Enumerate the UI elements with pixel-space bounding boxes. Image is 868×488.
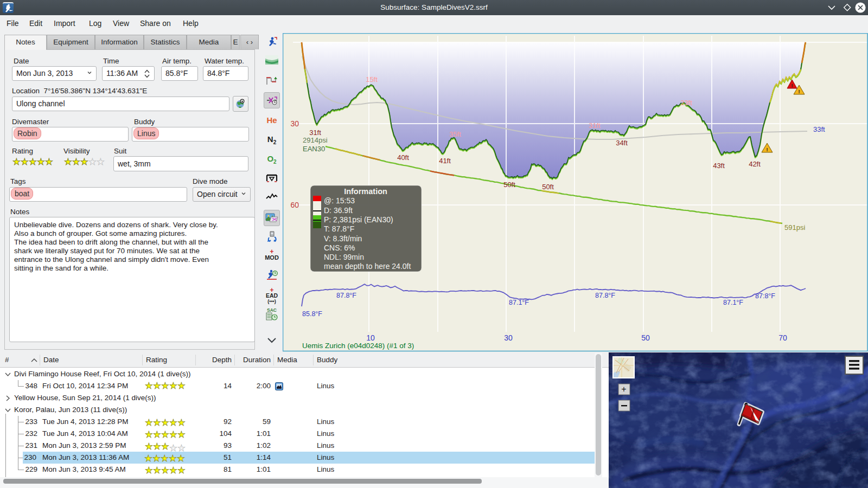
svg-text:!: ! xyxy=(767,147,768,152)
svg-text:60: 60 xyxy=(290,201,299,209)
svg-text:EAN30: EAN30 xyxy=(303,145,325,153)
svg-text:T: 87.8°F: T: 87.8°F xyxy=(324,224,354,233)
svg-text:87.8°F: 87.8°F xyxy=(336,292,356,299)
svg-text:NDL: 99min: NDL: 99min xyxy=(324,253,364,261)
svg-text:31ft: 31ft xyxy=(309,129,321,137)
svg-text:43ft: 43ft xyxy=(713,162,725,170)
svg-text:87.1°F: 87.1°F xyxy=(509,299,529,306)
svg-text:35ft: 35ft xyxy=(449,130,461,138)
svg-text:50ft: 50ft xyxy=(542,183,554,191)
svg-text:591psi: 591psi xyxy=(784,223,805,232)
svg-text:23ft: 23ft xyxy=(680,99,692,107)
svg-text:34ft: 34ft xyxy=(616,139,628,147)
svg-text:31ft: 31ft xyxy=(589,121,601,130)
svg-text:CNS: 6%: CNS: 6% xyxy=(324,243,355,252)
svg-text:87:8°F: 87:8°F xyxy=(755,292,775,300)
svg-text:30: 30 xyxy=(290,119,299,128)
svg-text:P: 2,381psi (EAN30): P: 2,381psi (EAN30) xyxy=(324,215,393,224)
svg-text:!: ! xyxy=(799,89,800,94)
svg-text:50ft: 50ft xyxy=(503,181,515,189)
svg-text:70: 70 xyxy=(778,333,787,342)
svg-text:85.8°F: 85.8°F xyxy=(302,310,322,318)
svg-text:!: ! xyxy=(792,83,793,88)
svg-text:2914psi: 2914psi xyxy=(303,136,328,144)
svg-text:42ft: 42ft xyxy=(749,160,761,168)
svg-text:@: 15:53: @: 15:53 xyxy=(324,196,355,205)
svg-text:40ft: 40ft xyxy=(397,153,409,162)
svg-text:mean depth to here 24.0ft: mean depth to here 24.0ft xyxy=(324,262,411,271)
svg-text:Information: Information xyxy=(344,187,387,196)
svg-text:10: 10 xyxy=(366,333,375,342)
svg-text:D: 36.9ft: D: 36.9ft xyxy=(324,206,353,215)
svg-text:41ft: 41ft xyxy=(439,157,451,165)
svg-text:15ft: 15ft xyxy=(366,75,378,84)
svg-text:50: 50 xyxy=(641,333,650,342)
svg-text:+: + xyxy=(621,384,626,394)
svg-text:SAC: SAC xyxy=(267,307,277,313)
svg-text:87.1°F: 87.1°F xyxy=(723,299,743,306)
svg-text:33ft: 33ft xyxy=(813,125,825,133)
svg-text:30: 30 xyxy=(504,333,513,342)
svg-text:V: 8.3ft/min: V: 8.3ft/min xyxy=(324,234,362,243)
svg-text:Uemis Zurich (e04d0248) (#1 of: Uemis Zurich (e04d0248) (#1 of 3) xyxy=(302,342,414,350)
svg-text:87.8°F: 87.8°F xyxy=(595,292,615,299)
